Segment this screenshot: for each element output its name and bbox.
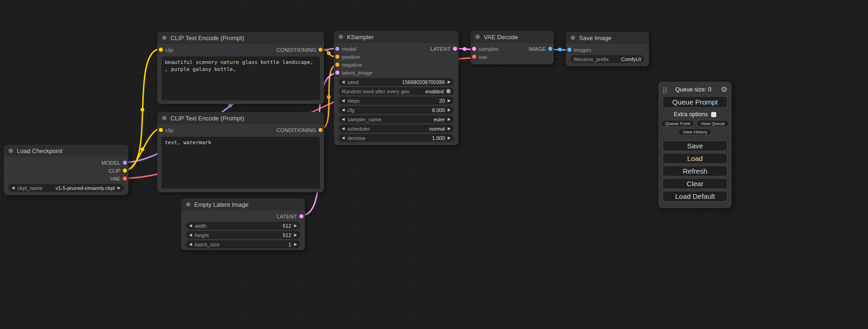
output-slot-latent[interactable]: LATENT xyxy=(430,46,457,52)
decrement-arrow-icon[interactable]: ◀ xyxy=(189,243,192,246)
node-empty-latent-image[interactable]: Empty Latent Image LATENT ◀ width 512 ▶ … xyxy=(181,198,305,250)
ckpt-name-widget[interactable]: ◀ ckpt_name v1-5-pruned-emaonly.ckpt ▶ xyxy=(8,184,124,192)
cfg-widget[interactable]: ◀ cfg 8.000 ▶ xyxy=(339,106,454,114)
input-slot-clip[interactable]: clip xyxy=(159,47,173,53)
input-dot-model[interactable] xyxy=(335,47,339,51)
decrement-arrow-icon[interactable]: ◀ xyxy=(12,186,14,190)
input-slot-images[interactable]: images xyxy=(567,47,591,53)
output-dot-image[interactable] xyxy=(548,47,552,51)
sampler-name-widget[interactable]: ◀ sampler_name euler ▶ xyxy=(339,115,454,123)
increment-arrow-icon[interactable]: ▶ xyxy=(294,233,297,237)
steps-widget[interactable]: ◀ steps 20 ▶ xyxy=(339,97,454,105)
increment-arrow-icon[interactable]: ▶ xyxy=(448,108,451,112)
input-slot-model[interactable]: model xyxy=(335,46,356,52)
collapse-dot-icon[interactable] xyxy=(571,35,575,40)
node-title-bar[interactable]: KSampler xyxy=(334,31,459,43)
view-history-button[interactable]: View History xyxy=(678,128,712,135)
decrement-arrow-icon[interactable]: ◀ xyxy=(342,80,345,84)
collapse-dot-icon[interactable] xyxy=(162,116,167,120)
decrement-arrow-icon[interactable]: ◀ xyxy=(342,127,345,131)
node-title-bar[interactable]: Empty Latent Image xyxy=(181,198,305,210)
increment-arrow-icon[interactable]: ▶ xyxy=(118,186,120,190)
collapse-dot-icon[interactable] xyxy=(475,35,480,39)
view-queue-button[interactable]: View Queue xyxy=(697,120,729,127)
save-button[interactable]: Save xyxy=(663,140,727,151)
settings-gear-icon[interactable]: ⚙ xyxy=(721,86,727,93)
decrement-arrow-icon[interactable]: ◀ xyxy=(342,108,345,112)
input-dot-positive[interactable] xyxy=(335,55,339,59)
node-title-bar[interactable]: Save Image xyxy=(566,32,649,44)
increment-arrow-icon[interactable]: ▶ xyxy=(448,136,451,140)
input-dot-latent-image[interactable] xyxy=(335,70,339,75)
decrement-arrow-icon[interactable]: ◀ xyxy=(189,233,192,237)
wire-midpoint-cond-negative[interactable] xyxy=(327,95,331,99)
node-ksampler[interactable]: KSampler model LATENT positive xyxy=(334,31,459,145)
queue-prompt-button[interactable]: Queue Prompt xyxy=(663,96,727,108)
wire-midpoint-latent-output[interactable] xyxy=(463,47,466,51)
output-dot-vae[interactable] xyxy=(123,176,127,181)
random-seed-toggle-widget[interactable]: Random seed after every gen enabled xyxy=(339,87,454,95)
wire-midpoint-clip-negative[interactable] xyxy=(141,147,144,151)
wire-midpoint-clip-positive[interactable] xyxy=(141,108,144,112)
input-dot-samples[interactable] xyxy=(472,47,476,51)
node-load-checkpoint[interactable]: Load Checkpoint MODEL CLIP VAE xyxy=(4,145,128,195)
wire-midpoint-cond-positive[interactable] xyxy=(327,51,331,55)
node-save-image[interactable]: Save Image images filename_prefix ComfyU… xyxy=(566,32,649,66)
input-dot-clip[interactable] xyxy=(159,48,163,52)
queue-front-button[interactable]: Queue Front xyxy=(661,120,694,127)
increment-arrow-icon[interactable]: ▶ xyxy=(448,127,451,131)
node-vae-decode[interactable]: VAE Decode samples IMAGE vae xyxy=(471,31,554,64)
node-clip-text-encode-positive[interactable]: CLIP Text Encode (Prompt) clip CONDITION… xyxy=(157,32,324,104)
load-default-button[interactable]: Load Default xyxy=(663,191,727,202)
input-dot-clip[interactable] xyxy=(159,128,163,132)
output-dot-latent[interactable] xyxy=(299,214,303,218)
input-slot-vae[interactable]: vae xyxy=(472,54,487,60)
input-dot-images[interactable] xyxy=(567,48,572,52)
node-title-bar[interactable]: CLIP Text Encode (Prompt) xyxy=(157,112,324,124)
height-widget[interactable]: ◀ height 512 ▶ xyxy=(186,231,300,239)
scheduler-widget[interactable]: ◀ scheduler normal ▶ xyxy=(339,125,454,133)
collapse-dot-icon[interactable] xyxy=(8,148,13,153)
output-dot-model[interactable] xyxy=(123,161,127,165)
input-slot-samples[interactable]: samples xyxy=(472,46,499,52)
filename-prefix-widget[interactable]: filename_prefix ComfyUI xyxy=(571,55,644,63)
width-widget[interactable]: ◀ width 512 ▶ xyxy=(186,222,300,230)
negative-prompt-textarea[interactable]: text, watermark xyxy=(162,137,320,189)
seed-widget[interactable]: ◀ seed 156680208700286 ▶ xyxy=(339,78,454,86)
input-slot-negative[interactable]: negative xyxy=(335,62,362,68)
output-dot-clip[interactable] xyxy=(123,168,127,173)
collapse-dot-icon[interactable] xyxy=(186,202,191,207)
extra-options-checkbox[interactable] xyxy=(711,112,716,117)
node-title-bar[interactable]: CLIP Text Encode (Prompt) xyxy=(157,32,324,44)
collapse-dot-icon[interactable] xyxy=(162,35,167,40)
increment-arrow-icon[interactable]: ▶ xyxy=(448,80,451,84)
output-slot-clip[interactable]: CLIP xyxy=(108,168,127,174)
output-slot-conditioning[interactable]: CONDITIONING xyxy=(276,47,323,53)
denoise-widget[interactable]: ◀ denoise 1.000 ▶ xyxy=(339,134,454,142)
drag-handle-icon[interactable] xyxy=(663,87,664,89)
toggle-on-icon[interactable] xyxy=(446,89,451,93)
node-graph-canvas[interactable]: Load Checkpoint MODEL CLIP VAE xyxy=(0,0,868,329)
output-slot-vae[interactable]: VAE xyxy=(110,176,127,182)
collapse-dot-icon[interactable] xyxy=(339,35,343,39)
increment-arrow-icon[interactable]: ▶ xyxy=(448,99,451,103)
output-slot-model[interactable]: MODEL xyxy=(101,160,127,166)
clear-button[interactable]: Clear xyxy=(663,178,727,189)
decrement-arrow-icon[interactable]: ◀ xyxy=(342,136,345,140)
output-dot-conditioning[interactable] xyxy=(318,128,323,132)
increment-arrow-icon[interactable]: ▶ xyxy=(294,224,297,228)
load-button[interactable]: Load xyxy=(663,153,727,164)
output-dot-latent[interactable] xyxy=(453,47,457,51)
decrement-arrow-icon[interactable]: ◀ xyxy=(189,224,192,228)
input-slot-positive[interactable]: positive xyxy=(335,54,360,60)
batch-size-widget[interactable]: ◀ batch_size 1 ▶ xyxy=(186,240,300,248)
input-slot-latent-image[interactable]: latent_image xyxy=(335,70,373,76)
output-slot-image[interactable]: IMAGE xyxy=(529,46,552,52)
decrement-arrow-icon[interactable]: ◀ xyxy=(342,99,345,103)
node-title-bar[interactable]: VAE Decode xyxy=(471,31,554,43)
node-clip-text-encode-negative[interactable]: CLIP Text Encode (Prompt) clip CONDITION… xyxy=(157,112,324,192)
output-slot-conditioning[interactable]: CONDITIONING xyxy=(276,127,323,133)
increment-arrow-icon[interactable]: ▶ xyxy=(294,243,297,246)
positive-prompt-textarea[interactable]: beautiful scenery nature glass bottle la… xyxy=(162,56,320,100)
input-slot-clip[interactable]: clip xyxy=(159,127,173,133)
